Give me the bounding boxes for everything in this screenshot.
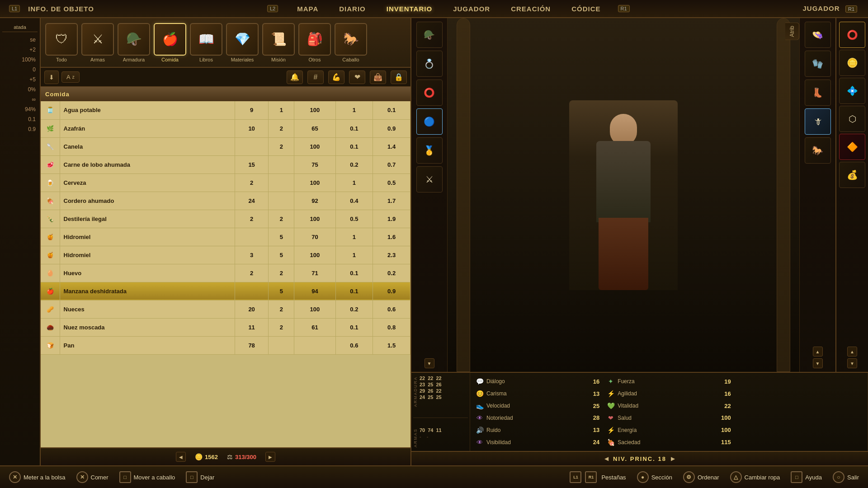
slot-head[interactable]: 🪖 (416, 22, 443, 48)
category-armas[interactable]: ⚔ Armas (81, 23, 114, 62)
category-todo[interactable]: 🛡 Todo (45, 23, 78, 62)
saciedad-icon: 🍖 (607, 439, 615, 446)
table-row[interactable]: 🍺 Cerveza 2 100 1 0.5 (41, 174, 410, 192)
table-row[interactable]: 🌰 Nuez moscada 11 2 61 0.1 0.8 (41, 318, 410, 336)
action-mover-caballo[interactable]: □ Mover a caballo (119, 471, 175, 483)
item-col5: 0.6 (373, 300, 410, 318)
category-comida[interactable]: 🍎 Comida (154, 23, 186, 62)
action-ayuda[interactable]: □ Ayuda (791, 471, 822, 483)
filter-bag-icon[interactable]: 👜 (370, 70, 386, 84)
item-icon: 🍾 (41, 210, 60, 228)
item-col3: 94 (294, 282, 335, 300)
item-col3: 100 (294, 246, 335, 264)
action-salir[interactable]: ○ Salir (833, 471, 859, 483)
visibilidad-value: 24 (587, 439, 599, 446)
table-row[interactable]: 🫙 Agua potable 9 1 100 1 0.1 (41, 101, 410, 119)
item-col1: 2 (235, 174, 269, 192)
item-col2: 1 (269, 101, 294, 119)
category-materiales[interactable]: 💎 Materiales (226, 23, 259, 62)
comida-label: Comida (161, 57, 179, 62)
slot-far-up[interactable]: ▲ (847, 347, 857, 357)
category-otros[interactable]: 🎒 Otros (298, 23, 331, 62)
slot-far-5[interactable]: 🔶 (839, 134, 865, 160)
table-row[interactable]: 🍎 Manzana deshidratada 5 94 0.1 0.9 (41, 282, 410, 300)
item-icon: 🫙 (41, 101, 60, 119)
info-objeto-label: Info. de objeto (24, 4, 98, 14)
table-row[interactable]: 🍞 Pan 78 0.6 1.5 (41, 336, 410, 354)
filter-heart-icon[interactable]: ❤ (349, 70, 365, 84)
table-row[interactable]: 🍯 Hidromiel 5 70 1 1.6 (41, 228, 410, 246)
table-row[interactable]: 🍖 Cordero ahumado 24 92 0.4 1.7 (41, 192, 410, 210)
fuerza-icon: ✦ (607, 378, 615, 385)
nav-jugador[interactable]: JUGADOR (449, 4, 494, 14)
skill-dialogo: 💬 Diálogo 16 (476, 376, 599, 387)
action-cambiar-ropa[interactable]: △ Cambiar ropa (730, 471, 780, 483)
slot-ring2[interactable]: ⭕ (416, 80, 443, 106)
armor-val: 22 (428, 375, 433, 381)
table-row[interactable]: 🥚 Huevo 2 2 71 0.1 0.2 (41, 264, 410, 282)
action-meter-bolsa[interactable]: ✕ Meter a la bolsa (9, 471, 66, 483)
table-row[interactable]: 🥩 Carne de lobo ahumada 15 75 0.2 0.7 (41, 155, 410, 174)
table-row[interactable]: 🥄 Canela 2 100 0.1 1.4 (41, 137, 410, 155)
item-col3: 100 (294, 300, 335, 318)
slot-ring1[interactable]: 💍 (416, 51, 443, 77)
scroll-left-button[interactable]: ◀ (176, 452, 186, 462)
nav-codice[interactable]: CÓDICE (568, 4, 604, 14)
scroll-right-button[interactable]: ▶ (265, 452, 275, 462)
slot-saddle[interactable]: 🐎 (805, 137, 831, 164)
item-name: Nueces (60, 300, 235, 318)
filter-hash-icon[interactable]: # (307, 70, 324, 84)
arms-val: 70 (420, 427, 425, 433)
top-nav-center: L2 MAPA DIARIO INVENTARIO JUGADOR CREACI… (99, 4, 799, 14)
slot-shoulders[interactable]: 👒 (805, 22, 831, 48)
slot-far-4[interactable]: ⬡ (839, 106, 865, 132)
arms-val: - (427, 434, 429, 439)
filter-lock-icon[interactable]: 🔒 (391, 70, 407, 84)
niv-right-arrow[interactable]: ▶ (671, 455, 675, 462)
slot-far-down[interactable]: ▼ (847, 358, 857, 368)
filter-button[interactable]: ⬇ (44, 70, 59, 84)
sort-az-button[interactable]: A z (61, 71, 80, 83)
equip-down-arrow2[interactable]: ▼ (813, 358, 823, 368)
table-row[interactable]: 🍾 Destilería ilegal 2 2 100 0.5 1.9 (41, 210, 410, 228)
slot-gloves[interactable]: 🧤 (805, 51, 831, 77)
item-col3: 92 (294, 192, 335, 210)
slot-far-6[interactable]: 💰 (839, 162, 865, 188)
caballo-icon: 🐎 (335, 23, 367, 56)
square-icon: □ (119, 471, 131, 483)
action-pestanas[interactable]: L1 R1 Pestañas (570, 471, 626, 483)
ruido-label: Ruido (486, 427, 584, 433)
nav-creacion[interactable]: CREACIÓN (507, 4, 554, 14)
table-row[interactable]: 🥜 Nueces 20 2 100 0.2 0.6 (41, 300, 410, 318)
slot-far-1[interactable]: ⭕ (839, 22, 865, 48)
category-caballo[interactable]: 🐎 Caballo (335, 23, 367, 62)
action-dejar[interactable]: □ Dejar (186, 471, 214, 483)
circle-icon-salir: ○ (833, 471, 844, 483)
item-name: Cerveza (60, 174, 235, 192)
slot-boots[interactable]: 👢 (805, 80, 831, 106)
slot-far-2[interactable]: 🪙 (839, 50, 865, 76)
table-row[interactable]: 🌿 Azafrán 10 2 65 0.1 0.9 (41, 119, 410, 137)
slot-amulet[interactable]: 🔵 (416, 108, 443, 135)
atrib-button[interactable]: Atrib (785, 23, 799, 40)
filter-bell-icon[interactable]: 🔔 (287, 70, 303, 84)
filter-strength-icon[interactable]: 💪 (328, 70, 344, 84)
l1-badge: L1 (9, 5, 20, 12)
equip-down-arrow[interactable]: ▼ (425, 358, 434, 368)
niv-left-arrow[interactable]: ◀ (604, 455, 609, 462)
nav-inventario[interactable]: INVENTARIO (383, 4, 436, 14)
category-mision[interactable]: 📜 Misión (262, 23, 295, 62)
nav-diario[interactable]: DIARIO (335, 4, 369, 14)
table-row[interactable]: 🍯 Hidromiel 3 5 100 1 2.3 (41, 246, 410, 264)
category-armadura[interactable]: 🪖 Armadura (118, 23, 150, 62)
slot-chest-neck[interactable]: 🥇 (416, 137, 443, 164)
slot-weapon-r[interactable]: 🗡 (805, 108, 831, 135)
slot-far-3[interactable]: 💠 (839, 78, 865, 104)
action-ordenar[interactable]: ⚙ Ordenar (683, 471, 719, 483)
equip-up-arrow[interactable]: ▲ (813, 347, 823, 357)
action-comer[interactable]: ✕ Comer (76, 471, 108, 483)
nav-mapa[interactable]: MAPA (293, 4, 322, 14)
slot-weapon-l[interactable]: ⚔ (416, 166, 443, 192)
category-libros[interactable]: 📖 Libros (190, 23, 222, 62)
action-seccion[interactable]: ● Sección (637, 471, 672, 483)
